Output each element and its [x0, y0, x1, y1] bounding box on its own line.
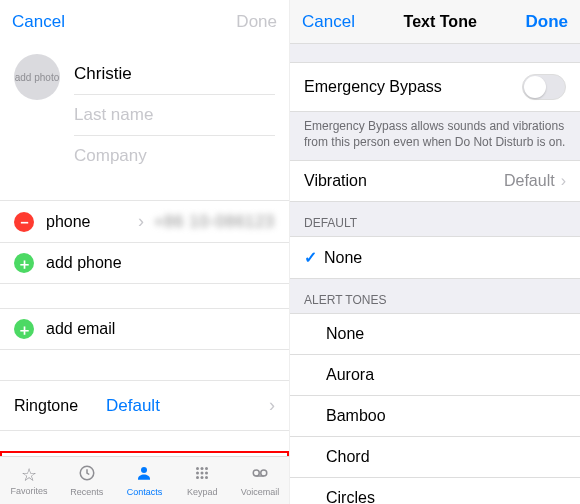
tab-voicemail[interactable]: Voicemail [231, 457, 289, 504]
chevron-right-icon: › [269, 395, 275, 416]
phone-number[interactable]: +86 10-086123 [154, 213, 275, 231]
tone-row[interactable]: Chord [290, 437, 580, 478]
add-email-row[interactable]: ＋ add email [0, 308, 289, 350]
first-name-field[interactable]: Christie [74, 54, 275, 95]
svg-point-8 [196, 476, 199, 479]
voicemail-icon [250, 464, 270, 485]
navbar-right: Cancel Text Tone Done [290, 0, 580, 44]
done-button[interactable]: Done [525, 12, 568, 32]
emergency-bypass-label: Emergency Bypass [304, 78, 442, 96]
contact-edit-body: add photo Christie Last name Company － p… [0, 44, 289, 456]
star-icon: ☆ [21, 466, 37, 484]
default-none-row[interactable]: ✓ None [290, 236, 580, 279]
default-section-header: DEFAULT [290, 202, 580, 236]
svg-point-4 [205, 467, 208, 470]
svg-point-1 [141, 467, 147, 473]
add-phone-label: add phone [46, 254, 122, 272]
tone-label: Aurora [326, 366, 374, 384]
add-email-icon[interactable]: ＋ [14, 319, 34, 339]
ringtone-value: Default [106, 396, 160, 416]
emergency-bypass-toggle[interactable] [522, 74, 566, 100]
vibration-value: Default [504, 172, 555, 190]
tone-row[interactable]: Aurora [290, 355, 580, 396]
ringtone-label: Ringtone [14, 397, 106, 415]
tone-label: Circles [326, 489, 375, 504]
text-tone-body: Emergency Bypass Emergency Bypass allows… [290, 44, 580, 504]
cancel-button[interactable]: Cancel [12, 12, 65, 32]
tone-label: Bamboo [326, 407, 386, 425]
tab-keypad[interactable]: Keypad [173, 457, 231, 504]
vibration-label: Vibration [304, 172, 367, 190]
emergency-bypass-row[interactable]: Emergency Bypass [290, 62, 580, 112]
phone-row[interactable]: － phone › +86 10-086123 [0, 200, 289, 243]
clock-icon [77, 464, 97, 485]
svg-point-7 [205, 472, 208, 475]
svg-point-10 [205, 476, 208, 479]
ringtone-row[interactable]: Ringtone Default › [0, 380, 289, 431]
phone-label: phone [46, 213, 91, 231]
svg-point-12 [261, 470, 267, 476]
last-name-field[interactable]: Last name [74, 95, 275, 136]
add-phone-row[interactable]: ＋ add phone [0, 243, 289, 284]
tab-label: Contacts [127, 487, 163, 497]
chevron-right-icon: › [561, 172, 566, 190]
company-field[interactable]: Company [74, 136, 275, 176]
svg-point-3 [201, 467, 204, 470]
navbar-left: Cancel Done [0, 0, 289, 44]
svg-point-6 [201, 472, 204, 475]
tab-bar: ☆ Favorites Recents Contacts Keypad Vo [0, 456, 289, 504]
tab-contacts[interactable]: Contacts [116, 457, 174, 504]
cancel-button[interactable]: Cancel [302, 12, 355, 32]
svg-point-5 [196, 472, 199, 475]
keypad-icon [192, 464, 212, 485]
remove-phone-icon[interactable]: － [14, 212, 34, 232]
add-photo-label: add photo [15, 72, 60, 83]
tone-row[interactable]: Bamboo [290, 396, 580, 437]
vibration-row[interactable]: Vibration Default › [290, 160, 580, 202]
text-tone-screen: Cancel Text Tone Done Emergency Bypass E… [290, 0, 580, 504]
done-button: Done [236, 12, 277, 32]
svg-point-9 [201, 476, 204, 479]
tone-label: None [326, 325, 364, 343]
tab-favorites[interactable]: ☆ Favorites [0, 457, 58, 504]
svg-point-2 [196, 467, 199, 470]
contact-icon [134, 464, 154, 485]
tone-label: Chord [326, 448, 370, 466]
tab-label: Favorites [10, 486, 47, 496]
add-phone-icon[interactable]: ＋ [14, 253, 34, 273]
tab-label: Keypad [187, 487, 218, 497]
add-email-label: add email [46, 320, 115, 338]
tone-row[interactable]: None [290, 313, 580, 355]
chevron-right-icon: › [138, 211, 144, 232]
tab-label: Voicemail [241, 487, 280, 497]
tab-label: Recents [70, 487, 103, 497]
tab-recents[interactable]: Recents [58, 457, 116, 504]
page-title: Text Tone [404, 13, 477, 31]
svg-point-11 [253, 470, 259, 476]
emergency-bypass-note: Emergency Bypass allows sounds and vibra… [290, 112, 580, 160]
contact-edit-screen: Cancel Done add photo Christie Last name… [0, 0, 290, 504]
default-none-label: None [324, 249, 362, 267]
tone-row[interactable]: Circles [290, 478, 580, 504]
alert-tones-header: ALERT TONES [290, 279, 580, 313]
add-photo-button[interactable]: add photo [14, 54, 60, 100]
checkmark-icon: ✓ [304, 248, 324, 267]
